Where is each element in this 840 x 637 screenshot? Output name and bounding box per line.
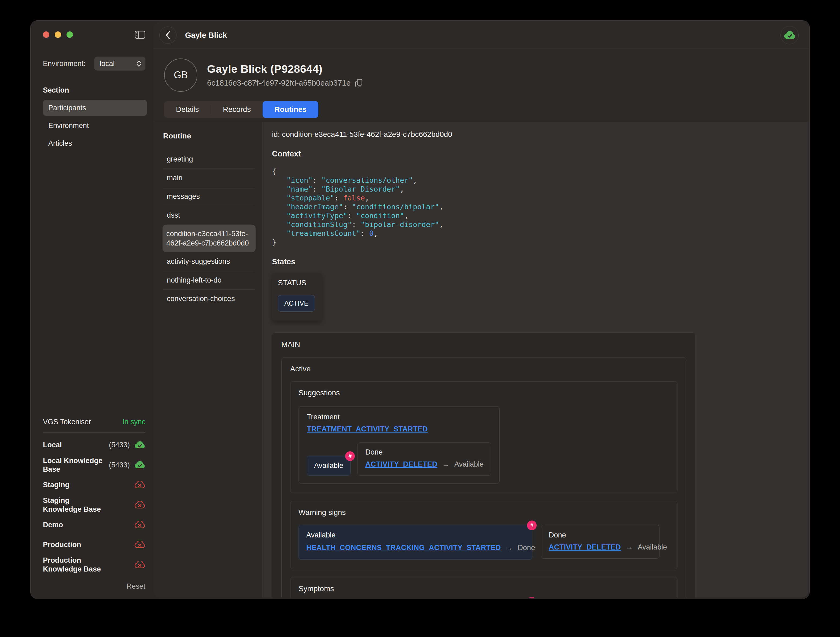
status-card: STATUS ACTIVE	[272, 273, 322, 321]
done-transition-box: Done ACTIVITY_DELETED → Available	[357, 443, 491, 476]
context-heading: Context	[272, 149, 796, 158]
sync-row-label: Production Knowledge Base	[43, 556, 110, 574]
routine-item-activity-suggestions[interactable]: activity-suggestions	[163, 252, 255, 271]
copy-icon	[355, 79, 363, 88]
cloud-check-icon	[134, 441, 145, 449]
routine-item-dsst[interactable]: dsst	[163, 206, 255, 225]
treatment-title: Treatment	[307, 413, 491, 421]
tab-label: Records	[223, 105, 251, 114]
sync-row-production: Production	[43, 535, 145, 555]
routine-list-panel: Routine greeting main messages dsst cond…	[153, 122, 262, 597]
environment-select[interactable]: local	[95, 57, 145, 71]
active-state-card: Active Suggestions Treatment TREATMENT_A…	[281, 357, 686, 597]
zoom-window-button[interactable]	[66, 32, 73, 38]
app-window: Environment: local Section Participants …	[30, 21, 810, 599]
participant-header: GB Gayle Blick (P928644) 6c1816e3-c87f-4…	[153, 49, 808, 122]
sidebar-toggle-button[interactable]	[135, 31, 145, 39]
treatment-card: Treatment TREATMENT_ACTIVITY_STARTED Ava…	[298, 406, 500, 484]
sync-title: VGS Tokeniser	[43, 418, 91, 426]
done-label: Done	[365, 448, 483, 457]
cloud-error-icon	[134, 501, 145, 509]
routine-item-condition[interactable]: condition-e3eca411-53fe-462f-a2e9-c7bc66…	[163, 224, 256, 252]
json-brace: {	[272, 167, 796, 176]
sync-row-port: (5433)	[109, 441, 134, 449]
sync-row-production-kb: Production Knowledge Base	[43, 555, 145, 575]
routine-item-messages[interactable]: messages	[163, 187, 255, 206]
sidebar-item-environment[interactable]: Environment	[43, 117, 147, 134]
divider	[43, 432, 145, 433]
transition-target: Available	[454, 460, 483, 468]
sidebar-nav: Participants Environment Articles	[43, 100, 145, 151]
status-card-title: STATUS	[278, 278, 316, 287]
cloud-error-icon	[134, 541, 145, 549]
sync-status-badge: In sync	[122, 418, 145, 426]
environment-label: Environment:	[43, 60, 85, 68]
available-state-chip: Available #	[307, 455, 351, 476]
toolbar-title: Gayle Blick	[185, 31, 227, 40]
titlebar	[43, 21, 145, 49]
context-json: { "icon": "conversations/other", "name":…	[272, 167, 796, 247]
reset-button[interactable]: Reset	[43, 582, 145, 591]
count-badge: #	[345, 451, 355, 461]
avatar: GB	[164, 58, 197, 92]
sync-row-label: Local Knowledge Base	[43, 457, 109, 474]
sync-row-label: Local	[43, 441, 62, 449]
health-concerns-tracking-link[interactable]: HEALTH_CONCERNS_TRACKING_ACTIVITY_STARTE…	[306, 544, 501, 552]
cloud-error-icon	[134, 561, 145, 569]
routine-item-conversation-choices[interactable]: conversation-choices	[163, 289, 255, 308]
participant-uuid: 6c1816e3-c87f-4e97-92fd-a65b0eab371e	[207, 79, 351, 87]
treatment-activity-started-link[interactable]: TREATMENT_ACTIVITY_STARTED	[307, 425, 428, 433]
tab-records[interactable]: Records	[211, 101, 262, 118]
sync-row-staging: Staging	[43, 475, 145, 495]
sync-row-local-kb: Local Knowledge Base (5433)	[43, 455, 145, 475]
sync-row-staging-kb: Staging Knowledge Base	[43, 495, 145, 515]
routine-list: greeting main messages dsst condition-e3…	[163, 150, 255, 308]
routine-item-greeting[interactable]: greeting	[163, 150, 255, 169]
transition-target: Available	[638, 543, 667, 552]
chevron-up-down-icon	[136, 60, 142, 68]
sidebar-item-articles[interactable]: Articles	[43, 135, 147, 151]
sync-row-label: Staging	[43, 481, 69, 489]
main-toolbar: Gayle Blick	[153, 22, 808, 49]
back-button[interactable]	[159, 27, 177, 44]
avatar-initials: GB	[174, 70, 188, 81]
group-title: Warning signs	[298, 508, 669, 517]
available-label: Available	[306, 531, 524, 539]
sync-row-label: Staging Knowledge Base	[43, 496, 110, 514]
main-state-title: MAIN	[281, 340, 686, 349]
routine-detail-panel: id: condition-e3eca411-53fe-462f-a2e9-c7…	[262, 122, 808, 597]
available-state-box: Available HEALTH_CONCERNS_TRACKING_ACTIV…	[298, 525, 532, 560]
minimize-window-button[interactable]	[55, 32, 61, 38]
activity-deleted-link[interactable]: ACTIVITY_DELETED	[365, 460, 437, 468]
sync-row-label: Production	[43, 541, 81, 549]
cloud-error-icon	[134, 521, 145, 529]
sync-status-button[interactable]	[780, 26, 799, 44]
copy-uuid-button[interactable]	[355, 79, 363, 88]
main-state-card: MAIN Active Suggestions Treatment TREATM…	[272, 332, 696, 597]
available-label: Available	[314, 462, 343, 469]
environment-selected-value: local	[100, 60, 136, 68]
arrow-right-icon: →	[505, 544, 513, 552]
sidebar-item-label: Participants	[48, 104, 86, 112]
cloud-check-icon	[134, 461, 145, 469]
routine-item-nothing-left-to-do[interactable]: nothing-left-to-do	[163, 271, 255, 290]
tab-label: Details	[176, 105, 199, 114]
states-heading: States	[272, 257, 796, 266]
close-window-button[interactable]	[43, 32, 49, 38]
routine-item-main[interactable]: main	[163, 169, 255, 188]
sidebar-item-participants[interactable]: Participants	[43, 100, 147, 116]
cloud-check-icon	[783, 31, 796, 40]
cloud-error-icon	[134, 481, 145, 489]
chevron-left-icon	[165, 31, 171, 40]
routine-list-header: Routine	[163, 132, 255, 140]
tab-routines[interactable]: Routines	[262, 101, 318, 118]
activity-deleted-link[interactable]: ACTIVITY_DELETED	[549, 543, 621, 552]
tab-details[interactable]: Details	[164, 101, 211, 118]
json-brace: }	[272, 238, 796, 247]
arrow-right-icon: →	[626, 543, 633, 552]
page-title: Gayle Blick (P928644)	[207, 63, 363, 75]
group-card-suggestions: Suggestions Treatment TREATMENT_ACTIVITY…	[290, 381, 677, 493]
sidebar-item-label: Articles	[48, 139, 72, 148]
sync-row-local: Local (5433)	[43, 435, 145, 455]
status-badge: ACTIVE	[278, 295, 315, 311]
